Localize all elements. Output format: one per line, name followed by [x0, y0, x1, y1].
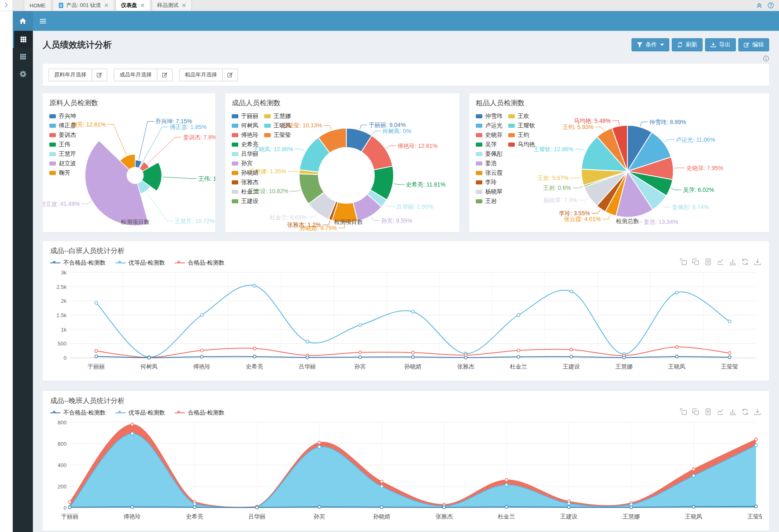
crude-personnel-chart-card: 粗品人员检测数 仲雪玮卢运光史晓菲吴萍姜佩彤姜浩张云霞李玲杨晓翠王岩王欢王耀钦王…: [469, 93, 769, 232]
bar-chart-icon[interactable]: [729, 258, 736, 265]
legend-item[interactable]: 杜金兰: [232, 187, 258, 196]
legend-item[interactable]: 王钧: [508, 130, 535, 140]
sidebar-item[interactable]: [13, 48, 33, 65]
legend-item[interactable]: 马均艳: [508, 140, 535, 149]
tab-home[interactable]: HOME: [24, 0, 51, 11]
legend-item[interactable]: 杨晓翠: [476, 187, 502, 196]
x-axis-label: 史希亮: [246, 363, 263, 370]
legend-label: 吴萍: [485, 141, 497, 148]
home-icon: [19, 18, 26, 24]
line-chart-icon[interactable]: [717, 408, 724, 415]
region-zoom-icon[interactable]: [680, 258, 687, 265]
collapse-up-icon[interactable]: [756, 2, 763, 9]
legend-item[interactable]: 王慧娜: [264, 111, 291, 121]
legend-item[interactable]: 吕华丽: [232, 149, 258, 159]
legend-item[interactable]: 王建设: [232, 196, 258, 206]
legend-label: 姜佩彤: [485, 150, 502, 158]
legend-item[interactable]: 李玲: [476, 177, 502, 187]
legend-item[interactable]: 张云霞: [476, 168, 502, 177]
legend-item[interactable]: 史晓菲: [476, 130, 502, 140]
line-chart-icon[interactable]: [717, 258, 724, 265]
close-icon[interactable]: [141, 3, 145, 7]
legend-item[interactable]: 仲雪玮: [476, 111, 502, 121]
bar-chart-icon[interactable]: [729, 408, 736, 415]
legend-item[interactable]: 乔兴坤: [49, 111, 76, 121]
legend-label: 优等品-检测数: [129, 259, 165, 267]
left-gutter: [0, 11, 13, 532]
legend-item[interactable]: 何树凤: [232, 121, 258, 130]
help-icon[interactable]: [767, 2, 774, 9]
legend-item[interactable]: 王伟: [49, 140, 76, 149]
data-view-icon[interactable]: [705, 408, 712, 415]
legend-item[interactable]: 吴萍: [476, 140, 502, 149]
tab-product[interactable]: 产品: 001 钛渣: [53, 0, 114, 11]
zoom-reset-icon[interactable]: [692, 408, 699, 415]
legend-item[interactable]: 鞠芳: [49, 168, 76, 177]
product-month-select-button[interactable]: 成品年月选择: [114, 69, 157, 81]
legend-item[interactable]: 姜浩: [476, 159, 502, 168]
restore-icon[interactable]: [742, 408, 749, 415]
legend-item[interactable]: 合格品-检测数: [175, 409, 224, 417]
legend-label: 姜训杰: [59, 131, 76, 139]
x-axis-label: 孙晓婧: [404, 363, 422, 370]
y-axis-label: 1.5k: [56, 312, 67, 318]
legend-item[interactable]: 优等品-检测数: [115, 259, 165, 267]
x-axis-label: 吕华丽: [299, 363, 316, 370]
chart-title: 原料人员检测数: [49, 98, 98, 108]
x-axis-label: 孙晓婧: [373, 513, 390, 520]
legend-item[interactable]: 王莹莹: [264, 130, 291, 140]
close-icon[interactable]: [182, 3, 186, 7]
tab-strip: HOME 产品: 001 钛渣 仪表盘 样品测试: [24, 0, 193, 11]
legend-item[interactable]: 王晓凤: [264, 121, 291, 130]
x-axis-label: 王晓凤: [685, 513, 702, 520]
legend-item[interactable]: 张雅杰: [232, 177, 258, 187]
save-image-icon[interactable]: [754, 408, 761, 415]
legend-item[interactable]: 傅正彦: [49, 121, 76, 130]
legend-item[interactable]: 姜训杰: [49, 130, 76, 140]
legend-item[interactable]: 姜佩彤: [476, 149, 502, 159]
close-icon[interactable]: [104, 3, 108, 7]
legend-item[interactable]: 王耀钦: [508, 121, 535, 130]
chart-title: 成品--白班人员统计分析: [50, 246, 762, 256]
legend-item[interactable]: 王慧芹: [49, 149, 76, 159]
raw-month-select-button[interactable]: 原料年月选择: [48, 69, 92, 81]
zoom-reset-icon[interactable]: [692, 258, 699, 265]
refresh-button[interactable]: 刷新: [672, 38, 703, 51]
legend-item[interactable]: 孙晓婧: [232, 168, 258, 177]
sidebar-toggle-button[interactable]: [33, 11, 53, 31]
condition-button[interactable]: 条件: [631, 38, 669, 51]
legend-item[interactable]: 王欢: [508, 111, 535, 121]
legend-item[interactable]: 傅艳玲: [232, 130, 258, 140]
legend-item[interactable]: 不合格品-检测数: [50, 409, 106, 417]
edit-button[interactable]: 编辑: [738, 38, 769, 51]
tab-dashboard[interactable]: 仪表盘: [115, 0, 150, 11]
crude-month-select-button[interactable]: 粗品年月选择: [179, 69, 223, 81]
region-zoom-icon[interactable]: [680, 408, 687, 415]
legend-item[interactable]: 不合格品-检测数: [50, 259, 106, 267]
x-axis-label: 王慧娜: [622, 513, 640, 520]
legend-item[interactable]: 孙宾: [232, 159, 258, 168]
info-icon[interactable]: [763, 55, 769, 62]
product-month-edit-button[interactable]: [157, 69, 173, 81]
save-image-icon[interactable]: [754, 258, 761, 265]
legend-item[interactable]: 于丽丽: [232, 111, 258, 121]
raw-month-edit-button[interactable]: [92, 69, 107, 81]
legend-item[interactable]: 王岩: [476, 196, 502, 206]
sidebar-item[interactable]: [13, 31, 33, 48]
tabs-expand-button[interactable]: [0, 0, 12, 11]
export-button[interactable]: 导出: [705, 38, 736, 51]
legend-item[interactable]: 赵立波: [49, 159, 76, 168]
data-view-icon[interactable]: [705, 258, 712, 265]
pie-label: 王慧芹: 10.72%: [175, 218, 214, 224]
button-label: 导出: [719, 41, 731, 48]
restore-icon[interactable]: [742, 258, 749, 265]
crude-month-edit-button[interactable]: [223, 69, 238, 81]
legend-item[interactable]: 优等品-检测数: [115, 409, 165, 417]
home-button[interactable]: [13, 11, 33, 31]
sidebar-item[interactable]: [13, 65, 33, 83]
chart-legend: 仲雪玮卢运光史晓菲吴萍姜佩彤姜浩张云霞李玲杨晓翠王岩王欢王耀钦王钧马均艳: [476, 111, 535, 206]
legend-item[interactable]: 史希亮: [232, 140, 258, 149]
legend-item[interactable]: 合格品-检测数: [175, 259, 224, 267]
tab-sample-test[interactable]: 样品测试: [152, 0, 192, 11]
legend-item[interactable]: 卢运光: [476, 121, 502, 130]
